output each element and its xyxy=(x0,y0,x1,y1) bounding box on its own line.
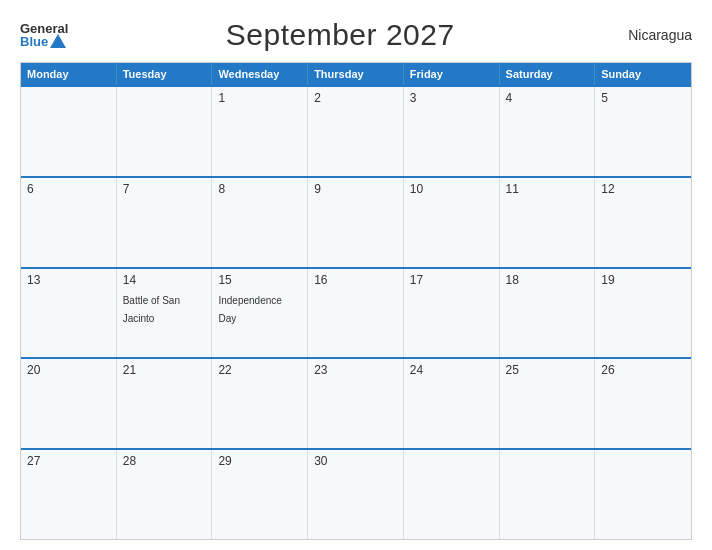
logo-triangle-icon xyxy=(50,34,66,48)
week-row-1: 1 2 3 4 5 xyxy=(21,85,691,176)
header: General Blue September 2027 Nicaragua xyxy=(20,18,692,52)
day-cell-empty xyxy=(595,450,691,539)
week-row-5: 27 28 29 30 xyxy=(21,448,691,539)
header-monday: Monday xyxy=(21,63,117,85)
day-cell-11: 11 xyxy=(500,178,596,267)
day-cell-3: 3 xyxy=(404,87,500,176)
header-saturday: Saturday xyxy=(500,63,596,85)
header-thursday: Thursday xyxy=(308,63,404,85)
header-friday: Friday xyxy=(404,63,500,85)
day-cell-28: 28 xyxy=(117,450,213,539)
day-cell-27: 27 xyxy=(21,450,117,539)
day-cell-13: 13 xyxy=(21,269,117,358)
header-sunday: Sunday xyxy=(595,63,691,85)
day-cell-12: 12 xyxy=(595,178,691,267)
day-cell-1: 1 xyxy=(212,87,308,176)
logo: General Blue xyxy=(20,22,68,48)
logo-blue-text: Blue xyxy=(20,35,68,48)
day-cell-29: 29 xyxy=(212,450,308,539)
day-cell-16: 16 xyxy=(308,269,404,358)
day-cell-20: 20 xyxy=(21,359,117,448)
week-row-2: 6 7 8 9 10 11 12 xyxy=(21,176,691,267)
day-cell-empty xyxy=(404,450,500,539)
week-row-4: 20 21 22 23 24 25 26 xyxy=(21,357,691,448)
day-cell-21: 21 xyxy=(117,359,213,448)
day-cell-24: 24 xyxy=(404,359,500,448)
day-cell-15: 15 Independence Day xyxy=(212,269,308,358)
calendar-page: General Blue September 2027 Nicaragua Mo… xyxy=(0,0,712,550)
header-wednesday: Wednesday xyxy=(212,63,308,85)
weeks-container: 1 2 3 4 5 6 xyxy=(21,85,691,539)
day-cell-empty xyxy=(500,450,596,539)
calendar-title: September 2027 xyxy=(68,18,612,52)
day-cell-10: 10 xyxy=(404,178,500,267)
header-tuesday: Tuesday xyxy=(117,63,213,85)
day-cell-4: 4 xyxy=(500,87,596,176)
day-cell-30: 30 xyxy=(308,450,404,539)
day-cell-17: 17 xyxy=(404,269,500,358)
day-cell-empty xyxy=(117,87,213,176)
day-headers-row: Monday Tuesday Wednesday Thursday Friday… xyxy=(21,63,691,85)
day-cell-18: 18 xyxy=(500,269,596,358)
day-cell-5: 5 xyxy=(595,87,691,176)
day-cell-25: 25 xyxy=(500,359,596,448)
day-cell-14: 14 Battle of San Jacinto xyxy=(117,269,213,358)
day-cell-7: 7 xyxy=(117,178,213,267)
day-cell-6: 6 xyxy=(21,178,117,267)
day-cell-23: 23 xyxy=(308,359,404,448)
day-cell-empty xyxy=(21,87,117,176)
day-cell-9: 9 xyxy=(308,178,404,267)
week-row-3: 13 14 Battle of San Jacinto 15 Independe… xyxy=(21,267,691,358)
country-label: Nicaragua xyxy=(612,27,692,43)
calendar-grid: Monday Tuesday Wednesday Thursday Friday… xyxy=(20,62,692,540)
day-cell-19: 19 xyxy=(595,269,691,358)
day-cell-26: 26 xyxy=(595,359,691,448)
day-cell-22: 22 xyxy=(212,359,308,448)
day-cell-8: 8 xyxy=(212,178,308,267)
day-cell-2: 2 xyxy=(308,87,404,176)
